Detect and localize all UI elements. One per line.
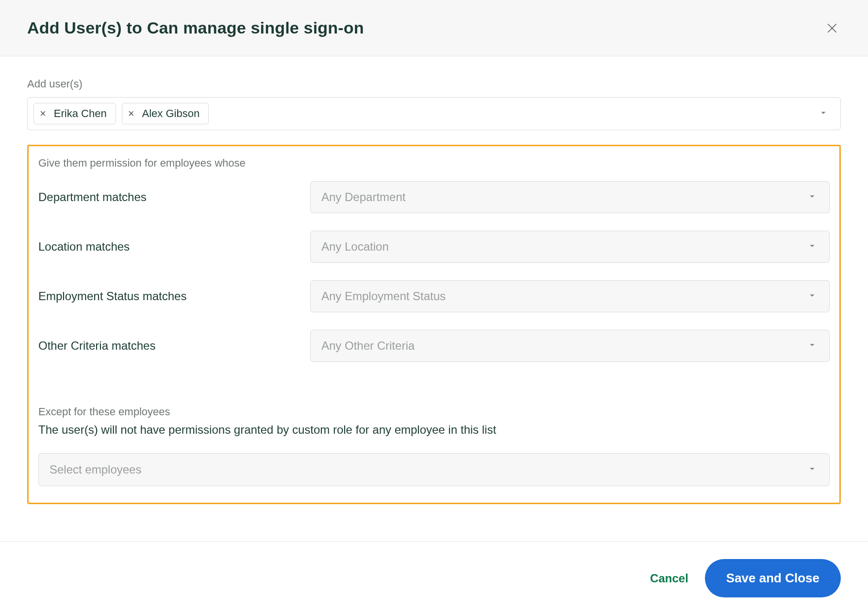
permission-label: Employment Status matches xyxy=(38,289,310,303)
permission-label: Location matches xyxy=(38,240,310,254)
department-select[interactable]: Any Department xyxy=(310,181,830,213)
add-users-dialog: Add User(s) to Can manage single sign-on… xyxy=(0,0,868,611)
select-placeholder: Any Employment Status xyxy=(321,289,446,303)
select-placeholder: Any Department xyxy=(321,190,405,204)
permission-row-other-criteria: Other Criteria matches Any Other Criteri… xyxy=(38,330,830,362)
user-chip: × Alex Gibson xyxy=(122,103,209,124)
permissions-intro: Give them permission for employees whose xyxy=(38,157,830,170)
select-placeholder: Any Location xyxy=(321,240,389,254)
dialog-title: Add User(s) to Can manage single sign-on xyxy=(27,18,364,37)
permission-row-employment-status: Employment Status matches Any Employment… xyxy=(38,280,830,312)
close-icon xyxy=(825,21,839,35)
chevron-down-icon xyxy=(807,240,818,253)
except-title: Except for these employees xyxy=(38,406,830,418)
add-users-label: Add user(s) xyxy=(27,78,841,90)
dialog-body: Add user(s) × Erika Chen × Alex Gibson G… xyxy=(0,56,868,541)
dialog-header: Add User(s) to Can manage single sign-on xyxy=(0,0,868,56)
remove-chip-icon[interactable]: × xyxy=(128,108,134,119)
other-criteria-select[interactable]: Any Other Criteria xyxy=(310,330,830,362)
permission-label: Other Criteria matches xyxy=(38,339,310,353)
chip-label: Erika Chen xyxy=(54,107,107,120)
except-employees-select[interactable]: Select employees xyxy=(38,453,830,486)
permission-row-department: Department matches Any Department xyxy=(38,181,830,213)
remove-chip-icon[interactable]: × xyxy=(40,108,46,119)
permission-row-location: Location matches Any Location xyxy=(38,231,830,263)
permission-label: Department matches xyxy=(38,190,310,204)
chevron-down-icon xyxy=(807,463,818,476)
chevron-down-icon xyxy=(807,339,818,352)
location-select[interactable]: Any Location xyxy=(310,231,830,263)
chevron-down-icon xyxy=(807,191,818,204)
cancel-button[interactable]: Cancel xyxy=(650,572,688,585)
chevron-down-icon xyxy=(818,107,829,120)
except-description: The user(s) will not have permissions gr… xyxy=(38,423,830,437)
save-and-close-button[interactable]: Save and Close xyxy=(705,559,841,597)
add-users-multiselect[interactable]: × Erika Chen × Alex Gibson xyxy=(27,97,841,130)
permissions-highlight-box: Give them permission for employees whose… xyxy=(27,145,841,504)
dialog-footer: Cancel Save and Close xyxy=(0,541,868,611)
employment-status-select[interactable]: Any Employment Status xyxy=(310,280,830,312)
select-placeholder: Select employees xyxy=(50,463,141,476)
except-section: Except for these employees The user(s) w… xyxy=(38,406,830,486)
chevron-down-icon xyxy=(807,290,818,303)
chip-label: Alex Gibson xyxy=(142,107,200,120)
user-chip: × Erika Chen xyxy=(33,103,116,124)
close-button[interactable] xyxy=(823,19,841,37)
select-placeholder: Any Other Criteria xyxy=(321,339,415,353)
